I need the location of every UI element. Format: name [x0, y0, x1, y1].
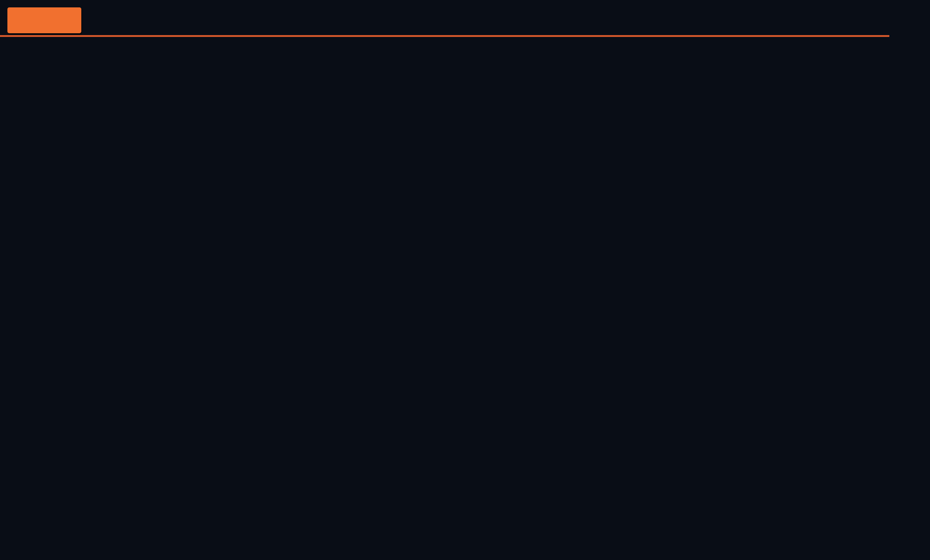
header-divider	[0, 35, 889, 37]
candles-layer	[0, 0, 930, 560]
trading-dashboard: { "header": { "badge": "FLASH", "symbol"…	[0, 0, 930, 560]
flash-badge	[8, 8, 81, 33]
